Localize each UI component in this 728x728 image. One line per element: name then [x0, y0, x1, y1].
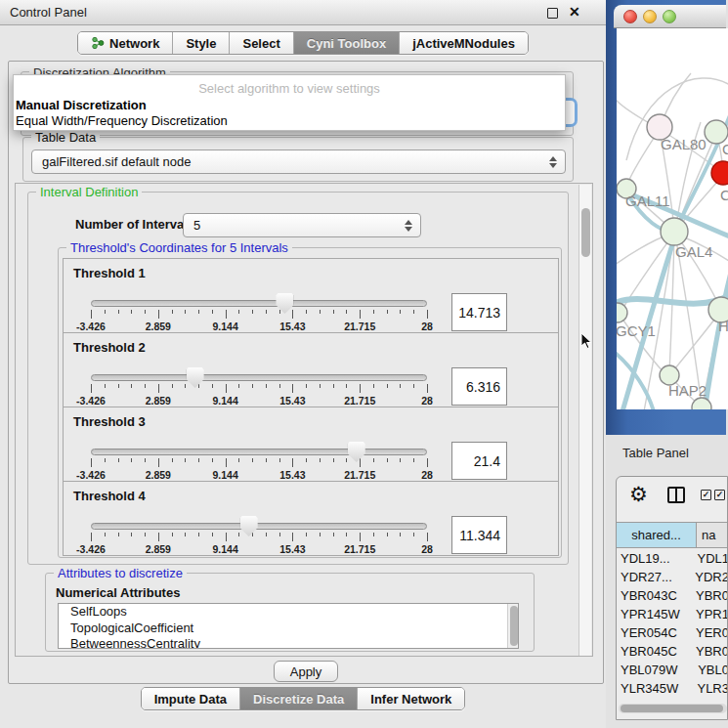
list-item[interactable]: SelfLoops [59, 604, 518, 621]
tab-label: Infer Network [370, 692, 451, 707]
scrollbar-thumb[interactable] [510, 606, 518, 646]
list-item[interactable]: BetweennessCentrality [59, 636, 518, 649]
popup-option-manual-discretization[interactable]: Manual Discretization [16, 98, 147, 112]
tick-mark [185, 533, 186, 536]
tick-mark [333, 384, 334, 388]
tab-cyni-toolbox[interactable]: Cyni Toolbox [293, 32, 399, 54]
cell-name: YPR1 [696, 605, 728, 623]
number-of-intervals-combo[interactable]: 5 [183, 213, 421, 237]
network-graph: GAL80 GA C GAL11 GAL4 GCY1 H HAP2 [617, 28, 728, 409]
cell-shared-name: YBR043C [617, 586, 696, 605]
table-row[interactable]: YBR045CYBR0 [617, 642, 728, 661]
scrollbar-thumb[interactable] [581, 208, 590, 257]
popup-hint-text: Select algorithm to view settings [14, 81, 565, 96]
threshold-value-field[interactable]: 11.344 [451, 516, 507, 554]
node-gcy1[interactable] [617, 303, 627, 322]
node-gal4[interactable] [661, 218, 688, 245]
tick-label: -3.426 [76, 395, 106, 407]
gear-icon[interactable]: ⚙ [629, 483, 648, 506]
tick-label: 9.144 [212, 321, 237, 332]
tick-mark [198, 458, 199, 462]
algorithm-dropdown-popup: Select algorithm to view settings Manual… [13, 74, 566, 131]
threshold-value: 11.344 [459, 528, 500, 543]
node-red-selected[interactable] [711, 161, 728, 185]
table-row[interactable]: YDL19...YDL1 [617, 549, 728, 568]
column-header-shared-name[interactable]: shared... [617, 523, 697, 547]
table-row[interactable]: YPR145WYPR1 [617, 605, 728, 623]
table-row[interactable]: YDR27...YDR2 [617, 568, 728, 586]
top-tab-bar: Network Style Select Cyni Toolbox jActiv… [0, 31, 606, 57]
cell-shared-name: YLR345W [617, 679, 697, 698]
group-title: Threshold's Coordinates for 5 Intervals [66, 240, 292, 255]
slider-track[interactable] [91, 374, 427, 381]
cell-shared-name: YDL19... [617, 549, 697, 568]
tick-mark [373, 458, 374, 462]
tick-mark [118, 533, 119, 536]
list-item[interactable]: TopologicalCoefficient [59, 621, 518, 637]
network-canvas[interactable]: GAL80 GA C GAL11 GAL4 GCY1 H HAP2 [617, 28, 728, 409]
float-window-icon[interactable] [547, 8, 558, 19]
column-header-name[interactable]: na [697, 523, 728, 547]
column-layout-icon[interactable] [667, 487, 685, 503]
tab-network[interactable]: Network [78, 32, 172, 54]
table-header-row: shared... na [617, 522, 728, 548]
threshold-value-field[interactable]: 21.4 [451, 442, 507, 480]
table-data-combo[interactable]: galFiltered.sif default node [31, 150, 566, 174]
tick-mark [346, 533, 347, 536]
checkbox-icon[interactable]: ✓ [701, 490, 711, 500]
slider-track[interactable] [91, 523, 427, 530]
close-icon[interactable]: ✕ [569, 4, 580, 20]
list-scrollbar[interactable] [507, 604, 518, 648]
pane-scrollbar[interactable] [578, 185, 591, 657]
tick-mark [346, 310, 347, 314]
group-title: Table Data [31, 130, 100, 145]
node-label: C [720, 187, 728, 203]
tab-label: Discretize Data [253, 692, 344, 707]
tick-label: 9.144 [212, 543, 237, 555]
slider-ticks [91, 533, 428, 542]
tick-mark [292, 384, 293, 393]
tick-mark [279, 310, 280, 314]
tick-label: -3.426 [76, 321, 106, 332]
table-row[interactable]: YBR043CYBR0 [617, 586, 728, 605]
tab-impute-data[interactable]: Impute Data [142, 688, 239, 709]
table-horizontal-scrollbar[interactable] [619, 704, 727, 713]
table-row[interactable]: YIL052CYIL0 [617, 698, 728, 703]
cell-shared-name: YBL079W [617, 661, 698, 679]
tick-mark [91, 458, 92, 467]
cell-name: YBR0 [696, 642, 728, 661]
scrollbar-thumb[interactable] [621, 705, 723, 712]
tab-discretize-data[interactable]: Discretize Data [239, 688, 357, 709]
tick-label: 21.715 [344, 321, 375, 332]
minimize-traffic-light-icon[interactable] [643, 10, 657, 23]
tab-infer-network[interactable]: Infer Network [357, 688, 464, 709]
zoom-traffic-light-icon[interactable] [663, 10, 676, 23]
tab-style[interactable]: Style [172, 32, 229, 54]
tab-select[interactable]: Select [229, 32, 292, 54]
checkbox-icon[interactable]: ✓ [714, 490, 725, 500]
tick-mark [387, 458, 388, 462]
tick-label: 21.715 [344, 469, 375, 481]
table-data-group: Table Data galFiltered.sif default node [22, 137, 574, 182]
tab-jactivemnodules[interactable]: jActiveMNodules [399, 32, 528, 54]
close-traffic-light-icon[interactable] [623, 10, 637, 23]
table-row[interactable]: YLR345WYLR3 [617, 679, 728, 698]
tick-mark [360, 458, 361, 467]
tick-mark [333, 310, 334, 314]
threshold-value-field[interactable]: 14.713 [451, 293, 507, 331]
tick-label: 21.715 [344, 543, 375, 555]
tick-mark [320, 384, 321, 388]
table-row[interactable]: YBL079WYBL0 [617, 661, 728, 679]
tick-mark [413, 310, 414, 314]
slider-tick-labels: -3.4262.8599.14415.4321.71528 [91, 321, 428, 332]
slider-track[interactable] [91, 300, 427, 307]
threshold-value-field[interactable]: 6.316 [451, 367, 507, 406]
tick-mark [185, 384, 186, 388]
thresholds-group: Threshold's Coordinates for 5 Intervals … [58, 247, 562, 558]
tick-mark [118, 384, 119, 388]
apply-button[interactable]: Apply [274, 661, 338, 682]
slider-track[interactable] [91, 449, 427, 455]
popup-option-equal-width-frequency[interactable]: Equal Width/Frequency Discretization [16, 113, 228, 128]
tick-mark [387, 310, 388, 314]
table-row[interactable]: YER054CYER0 [617, 623, 728, 642]
